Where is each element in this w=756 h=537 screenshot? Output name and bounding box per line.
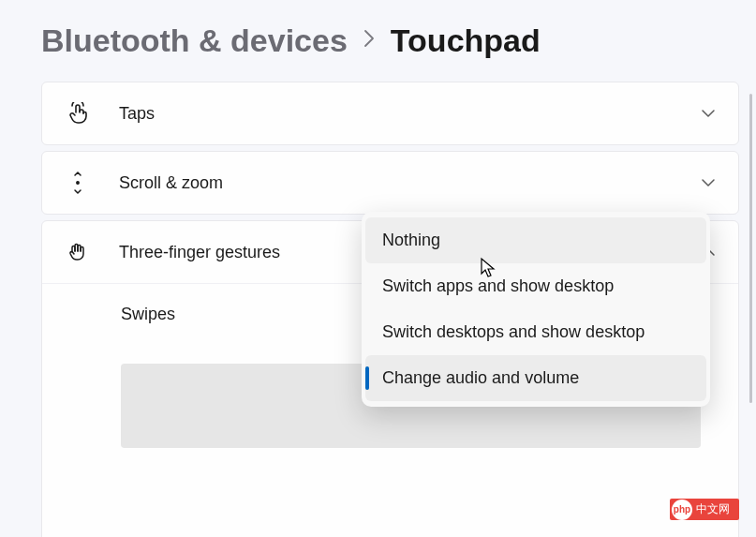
scroll-zoom-icon — [65, 171, 91, 195]
svg-point-0 — [77, 182, 79, 184]
breadcrumb-current: Touchpad — [391, 22, 541, 59]
chevron-down-icon — [701, 105, 716, 122]
taps-card[interactable]: Taps — [41, 82, 739, 145]
three-finger-icon — [65, 241, 91, 263]
scrollbar-thumb[interactable] — [749, 94, 752, 403]
chevron-right-icon — [363, 28, 376, 54]
breadcrumb: Bluetooth & devices Touchpad — [41, 22, 739, 59]
watermark-text: 中文网 — [696, 501, 730, 517]
breadcrumb-parent[interactable]: Bluetooth & devices — [41, 22, 348, 59]
scroll-zoom-card[interactable]: Scroll & zoom — [41, 151, 739, 215]
dropdown-option-switch-apps[interactable]: Switch apps and show desktop — [365, 263, 706, 309]
watermark-logo: php — [672, 500, 692, 520]
watermark: php 中文网 — [670, 499, 739, 520]
taps-label: Taps — [119, 104, 701, 124]
scroll-zoom-label: Scroll & zoom — [119, 173, 701, 193]
scrollbar[interactable] — [741, 94, 756, 537]
swipes-label: Swipes — [121, 305, 175, 324]
chevron-down-icon — [701, 174, 716, 191]
swipes-dropdown: Nothing Switch apps and show desktop Swi… — [362, 212, 710, 407]
tap-icon — [65, 102, 91, 125]
dropdown-option-switch-desktops[interactable]: Switch desktops and show desktop — [365, 309, 706, 355]
dropdown-option-audio-volume[interactable]: Change audio and volume — [365, 355, 706, 401]
dropdown-option-nothing[interactable]: Nothing — [365, 217, 706, 263]
